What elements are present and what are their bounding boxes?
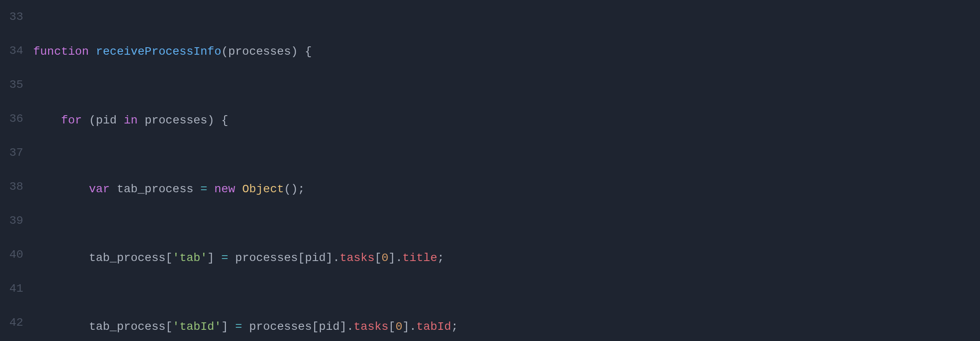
paren-close: ) (291, 45, 298, 58)
bracket-close: ] (326, 252, 333, 264)
paren-open: ( (221, 45, 228, 58)
whitespace (89, 45, 96, 58)
keyword-in: in (124, 114, 138, 127)
property: tasks (354, 320, 388, 333)
bracket-open: [ (374, 252, 381, 264)
whitespace (110, 183, 117, 196)
whitespace (207, 183, 214, 196)
dot: . (333, 252, 340, 264)
whitespace (228, 252, 235, 264)
identifier: processes (145, 114, 207, 127)
bracket-open: [ (298, 252, 305, 264)
indent (33, 252, 89, 264)
whitespace (298, 45, 305, 58)
whitespace (235, 183, 242, 196)
line-number: 40 (0, 238, 23, 272)
code-line[interactable]: function receiveProcessInfo(processes) { (33, 35, 980, 69)
whitespace (82, 114, 89, 127)
whitespace (214, 252, 221, 264)
line-number-gutter: 33 34 35 36 37 38 39 40 41 42 (0, 0, 33, 341)
number-literal: 0 (381, 252, 388, 264)
bracket-open: [ (388, 320, 395, 333)
whitespace (194, 183, 201, 196)
property: title (403, 252, 437, 264)
bracket-open: [ (312, 320, 319, 333)
identifier: tab_process (89, 320, 165, 333)
identifier: pid (96, 114, 116, 127)
bracket-open: [ (165, 252, 172, 264)
line-number: 36 (0, 102, 23, 136)
whitespace (228, 320, 235, 333)
line-number: 38 (0, 170, 23, 204)
dot: . (410, 320, 417, 333)
code-editor[interactable]: 33 34 35 36 37 38 39 40 41 42 function r… (0, 0, 980, 341)
identifier: tab_process (117, 183, 194, 196)
string-literal: 'tab' (172, 252, 207, 264)
indent (33, 114, 61, 127)
keyword-new: new (214, 183, 235, 196)
property: tasks (340, 252, 374, 264)
brace-open: { (221, 114, 228, 127)
bracket-close: ] (403, 320, 410, 333)
keyword-var: var (89, 183, 109, 196)
keyword-function: function (33, 45, 89, 58)
function-name: receiveProcessInfo (96, 45, 221, 58)
parens: () (284, 183, 298, 196)
bracket-close: ] (340, 320, 347, 333)
paren-close: ) (207, 114, 214, 127)
bracket-open: [ (165, 320, 172, 333)
identifier: pid (305, 252, 325, 264)
line-number: 35 (0, 68, 23, 102)
number-literal: 0 (395, 320, 403, 333)
operator-assign: = (221, 252, 228, 264)
class-name: Object (242, 183, 284, 196)
operator-assign: = (235, 320, 242, 333)
line-number: 33 (0, 0, 23, 34)
property: tabId (416, 320, 451, 333)
paren-open: ( (89, 114, 96, 127)
identifier: pid (319, 320, 340, 333)
code-area[interactable]: function receiveProcessInfo(processes) {… (33, 0, 980, 341)
line-number: 42 (0, 306, 23, 340)
line-number: 39 (0, 204, 23, 238)
line-number: 41 (0, 272, 23, 306)
keyword-for: for (61, 114, 82, 127)
whitespace (117, 114, 124, 127)
code-line[interactable]: for (pid in processes) { (33, 104, 980, 138)
code-line[interactable]: tab_process['tab'] = processes[pid].task… (33, 241, 980, 275)
semicolon: ; (451, 320, 458, 333)
brace-open: { (305, 45, 312, 58)
string-literal: 'tabId' (172, 320, 221, 333)
identifier: tab_process (89, 252, 165, 264)
code-line[interactable]: var tab_process = new Object(); (33, 172, 980, 206)
line-number: 37 (0, 136, 23, 170)
indent (33, 320, 89, 333)
bracket-close: ] (388, 252, 395, 264)
line-number: 34 (0, 34, 23, 68)
whitespace (138, 114, 145, 127)
identifier: processes (235, 252, 298, 264)
semicolon: ; (437, 252, 444, 264)
bracket-close: ] (207, 252, 214, 264)
indent (33, 183, 89, 196)
semicolon: ; (298, 183, 305, 196)
bracket-close: ] (221, 320, 228, 333)
dot: . (347, 320, 354, 333)
operator-assign: = (200, 183, 207, 196)
identifier: processes (249, 320, 312, 333)
dot: . (395, 252, 403, 264)
whitespace (214, 114, 221, 127)
whitespace (242, 320, 249, 333)
parameter: processes (228, 45, 291, 58)
code-line[interactable]: tab_process['tabId'] = processes[pid].ta… (33, 310, 980, 341)
